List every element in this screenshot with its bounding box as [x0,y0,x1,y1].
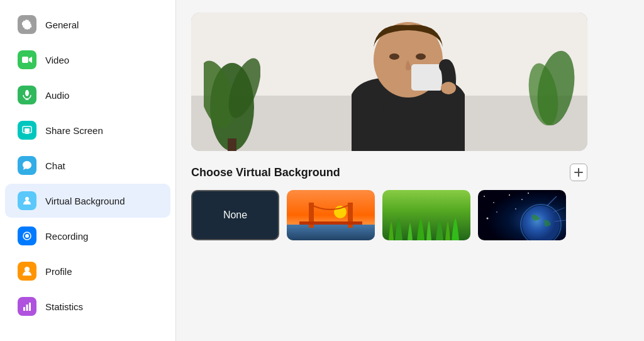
sidebar: General Video Audio [0,0,176,341]
gear-icon [18,15,36,34]
main-content: Choose Virtual Background None [176,0,644,341]
sidebar-item-label-video: Video [45,55,69,65]
grass-preview [382,190,470,240]
svg-rect-5 [25,128,30,132]
sidebar-item-virtual-background[interactable]: Virtual Background [5,184,170,218]
svg-rect-12 [23,307,25,311]
svg-point-8 [25,197,29,201]
svg-point-26 [441,82,456,94]
sidebar-item-chat[interactable]: Chat [5,148,170,182]
choose-header: Choose Virtual Background [191,164,587,181]
profile-icon [18,262,36,281]
audio-icon [18,86,36,104]
sidebar-item-label-audio: Audio [45,90,69,101]
background-options: None [191,190,587,240]
chat-icon [18,156,36,175]
sidebar-item-video[interactable]: Video [5,43,170,77]
svg-point-43 [515,208,516,210]
sidebar-item-label-statistics: Statistics [45,301,83,312]
video-background [191,13,587,151]
statistics-icon [18,297,36,316]
space-preview [478,190,566,240]
sidebar-item-label-share-screen: Share Screen [45,125,103,136]
svg-point-44 [528,193,529,194]
background-option-space[interactable] [478,190,566,240]
recording-icon [18,226,36,245]
sidebar-item-label-general: General [45,20,79,30]
sidebar-item-statistics[interactable]: Statistics [5,289,170,323]
add-background-button[interactable] [570,164,587,181]
svg-point-10 [25,234,29,238]
svg-point-38 [493,202,494,203]
background-option-bridge[interactable] [287,190,375,240]
virtual-background-icon [18,191,36,210]
svg-rect-34 [299,221,362,225]
sidebar-item-recording[interactable]: Recording [5,219,170,253]
video-preview [191,13,587,151]
svg-rect-30 [287,225,375,240]
svg-rect-18 [228,138,236,151]
sidebar-item-label-profile: Profile [45,266,72,277]
sidebar-item-label-recording: Recording [45,231,88,242]
sidebar-item-profile[interactable]: Profile [5,254,170,288]
sidebar-item-share-screen[interactable]: Share Screen [5,113,170,147]
bridge-preview [287,190,375,240]
sidebar-item-label-chat: Chat [45,160,65,171]
sidebar-item-general[interactable]: General [5,8,170,42]
person [314,19,502,151]
video-icon [18,50,36,69]
svg-point-24 [416,53,426,60]
background-option-none[interactable]: None [191,190,279,240]
svg-point-23 [389,53,399,60]
sidebar-item-audio[interactable]: Audio [5,78,170,112]
plant-right [525,50,575,132]
sidebar-item-label-virtual-background: Virtual Background [45,196,125,206]
svg-point-1 [25,90,29,96]
svg-rect-0 [22,57,28,63]
svg-point-42 [487,218,489,220]
svg-rect-14 [29,303,31,311]
choose-title: Choose Virtual Background [191,166,340,179]
choose-section: Choose Virtual Background None [191,164,587,240]
svg-rect-13 [26,305,28,311]
share-screen-icon [18,121,36,140]
svg-point-37 [484,196,485,197]
svg-point-40 [521,199,523,200]
svg-point-39 [509,194,510,196]
background-option-grass[interactable] [382,190,470,240]
svg-point-41 [496,211,497,213]
background-none-label: None [223,210,247,221]
plant-left [204,44,260,151]
svg-point-11 [25,267,30,272]
